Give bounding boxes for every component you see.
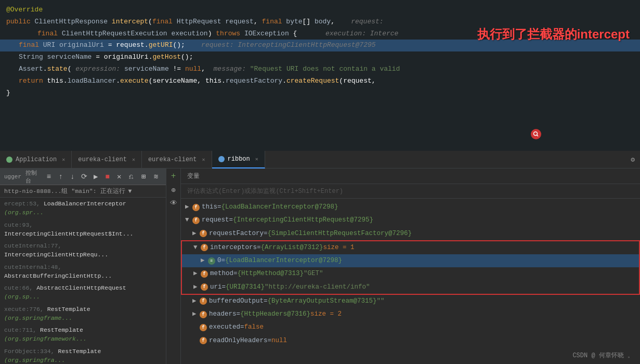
var-icon-headers: f	[200, 311, 207, 318]
list-btn[interactable]: ≋	[150, 171, 162, 183]
var-row-request[interactable]: ▼ f request = {InterceptingClientHttpReq…	[181, 214, 640, 227]
svg-point-0	[534, 132, 538, 136]
var-row-bufferedoutput[interactable]: ▶ f bufferedOutput = {ByteArrayOutputStr…	[181, 295, 640, 308]
var-row-executed[interactable]: f executed = false	[181, 321, 640, 334]
tab-eureka-client-1[interactable]: eureka-client ✕	[72, 151, 142, 168]
var-toggle-this[interactable]: ▶	[185, 202, 192, 213]
var-icon-this: f	[192, 204, 200, 211]
frame-item[interactable]: cute:93, InterceptingClientHttpRequest$I…	[0, 219, 166, 240]
stop-btn[interactable]: ■	[102, 171, 112, 183]
tab-ribbon[interactable]: ribbon ✕	[212, 151, 265, 168]
variables-title: 变量	[187, 172, 200, 180]
variables-header: 变量	[181, 168, 640, 184]
tab-label-ribbon: ribbon	[228, 155, 250, 163]
code-line-2: public ClientHttpResponse intercept(fina…	[0, 16, 640, 28]
debug-right-panel: 变量 评估表达式(Enter)或添加监视(Ctrl+Shift+Enter) ▶…	[181, 168, 640, 364]
code-line-6: Assert.state( expression: serviceName !=…	[0, 63, 640, 75]
var-toggle-request[interactable]: ▼	[185, 215, 192, 226]
var-toggle-uri[interactable]: ▶	[193, 282, 201, 293]
settings-icon[interactable]: ⚙	[625, 155, 640, 164]
frame-item[interactable]: cute:66, AbstractClientHttpRequest (org.…	[0, 282, 166, 303]
eval-placeholder: 评估表达式(Enter)或添加监视(Ctrl+Shift+Enter)	[187, 187, 343, 196]
var-icon-executed: f	[200, 324, 207, 331]
tab-bar: Application ✕ eureka-client ✕ eureka-cli…	[0, 151, 640, 168]
var-icon-request: f	[192, 217, 200, 224]
add-watch-btn[interactable]: +	[168, 171, 179, 182]
code-line-7: return this.loadBalancer.execute(service…	[0, 75, 640, 87]
var-toggle-interceptors[interactable]: ▼	[193, 242, 201, 253]
code-line-8: }	[0, 87, 640, 99]
var-icon-interceptors: f	[201, 244, 208, 251]
frame-item[interactable]: ercept:53, LoadBalancerInterceptor (org.…	[0, 198, 166, 219]
search-icon[interactable]	[531, 129, 541, 139]
svg-line-1	[537, 135, 539, 137]
expand-all-btn[interactable]: ⊕	[168, 184, 179, 196]
step-into-btn[interactable]: ↑	[56, 171, 66, 183]
var-icon-method: f	[201, 270, 208, 278]
var-row-interceptors[interactable]: ▼ f interceptors = {ArrayList@7312} size…	[181, 240, 640, 254]
debug-area: ugger 控制台 ≡ ↑ ↓ ⟳ ▶ ■ ✕ ⎌ ⊞ ≋ http-nio-8…	[0, 168, 640, 364]
tab-label-application: Application	[16, 156, 57, 163]
var-row-requestfactory[interactable]: ▶ f requestFactory = {SimpleClientHttpRe…	[181, 227, 640, 240]
code-line-1: @Override	[0, 4, 640, 16]
var-toggle-0[interactable]: ▶	[201, 255, 208, 266]
debugger-label: ugger	[4, 174, 21, 180]
tab-eureka-client-2[interactable]: eureka-client ✕	[142, 151, 212, 168]
var-row-headers[interactable]: ▶ f headers = {HttpHeaders@7316} size = …	[181, 308, 640, 321]
console-tab[interactable]: 控制台	[25, 169, 40, 185]
code-line-3: final ClientHttpRequestExecution executi…	[0, 28, 640, 40]
grid-btn[interactable]: ⊞	[138, 171, 149, 183]
var-toggle-headers[interactable]: ▶	[192, 309, 200, 320]
var-icon-0: ≡	[208, 257, 215, 265]
debug-toolbar: ugger 控制台 ≡ ↑ ↓ ⟳ ▶ ■ ✕ ⎌ ⊞ ≋	[0, 168, 166, 185]
var-row-method[interactable]: ▶ f method = {HttpMethod@7313} "GET"	[181, 267, 640, 280]
frame-item[interactable]: cuteInternal:48, AbstractBufferingClient…	[0, 261, 166, 282]
var-icon-uri: f	[201, 283, 208, 291]
tab-label-eureka-2: eureka-client	[148, 156, 197, 163]
code-editor[interactable]: @Override public ClientHttpResponse inte…	[0, 0, 640, 151]
tab-application[interactable]: Application ✕	[0, 151, 72, 168]
tab-close-eureka-1[interactable]: ✕	[132, 157, 135, 163]
tab-label-eureka-1: eureka-client	[78, 156, 127, 163]
tab-icon-application	[6, 157, 12, 163]
run-to-cursor-btn[interactable]: ⟳	[79, 171, 89, 183]
filter-icon[interactable]: ▼	[128, 188, 132, 194]
tab-close-ribbon[interactable]: ✕	[255, 156, 258, 162]
var-icon-rf: f	[200, 230, 207, 237]
var-row-readonlyheaders[interactable]: f readOnlyHeaders = null	[181, 334, 640, 347]
var-row-0[interactable]: ▶ ≡ 0 = {LoadBalancerInterceptor@7298}	[181, 254, 640, 267]
tab-icon-ribbon	[218, 156, 225, 162]
frame-item[interactable]: cute:711, RestTemplate (org.springframew…	[0, 324, 166, 345]
thread-header: http-nio-8888...组 "main": 正在运行 ▼	[0, 185, 166, 198]
csdn-watermark: CSDN @ 何章怀晓 。	[572, 351, 634, 360]
resume-btn[interactable]: ▶	[91, 171, 101, 183]
var-toggle-method[interactable]: ▶	[193, 268, 201, 279]
var-toggle-bo[interactable]: ▶	[192, 296, 200, 307]
var-row-this[interactable]: ▶ f this = {LoadBalancerInterceptor@7298…	[181, 201, 640, 214]
step-over-btn[interactable]: ≡	[44, 171, 54, 183]
tab-close-eureka-2[interactable]: ✕	[202, 157, 205, 163]
frame-item[interactable]: xecute:776, RestTemplate (org.springfram…	[0, 303, 166, 324]
mute-btn[interactable]: ✕	[114, 171, 124, 183]
debug-sidebar-icons: + ⊕ 👁	[166, 168, 181, 364]
tab-close-application[interactable]: ✕	[62, 157, 65, 163]
debug-left-panel: ugger 控制台 ≡ ↑ ↓ ⟳ ▶ ■ ✕ ⎌ ⊞ ≋ http-nio-8…	[0, 168, 166, 364]
variables-tree[interactable]: ▶ f this = {LoadBalancerInterceptor@7298…	[181, 199, 640, 364]
var-row-uri[interactable]: ▶ f uri = {URI@7314} "http://eureka-clie…	[181, 281, 640, 295]
settings-btn[interactable]: ⎌	[126, 171, 136, 183]
step-out-btn[interactable]: ↓	[68, 171, 77, 183]
code-line-5: String serviceName = originalUri.getHost…	[0, 51, 640, 63]
frames-list[interactable]: ercept:53, LoadBalancerInterceptor (org.…	[0, 198, 166, 364]
frame-item[interactable]: cuteInternal:77, InterceptingClientHttpR…	[0, 240, 166, 261]
var-icon-bo: f	[200, 297, 207, 305]
eye-icon[interactable]: 👁	[168, 198, 179, 209]
eval-bar[interactable]: 评估表达式(Enter)或添加监视(Ctrl+Shift+Enter)	[181, 184, 640, 199]
code-line-4: final URI originalUri = request.getURI()…	[0, 40, 640, 51]
var-toggle-rf[interactable]: ▶	[192, 228, 200, 239]
thread-label: http-nio-8888...组 "main": 正在运行	[4, 187, 125, 195]
frame-item[interactable]: ForObject:334, RestTemplate (org.springf…	[0, 345, 166, 365]
var-icon-roh: f	[200, 337, 207, 344]
